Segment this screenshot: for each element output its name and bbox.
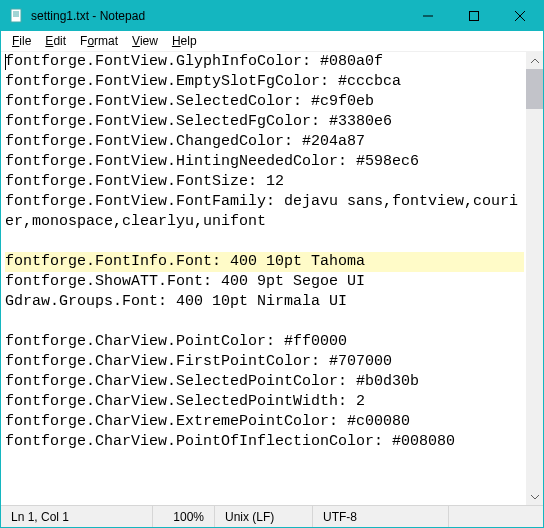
minimize-button[interactable] bbox=[405, 1, 451, 31]
editor-line: fontforge.CharView.FirstPointColor: #707… bbox=[5, 352, 524, 372]
editor-line: fontforge.FontView.HintingNeededColor: #… bbox=[5, 152, 524, 172]
scroll-thumb[interactable] bbox=[526, 69, 543, 109]
menu-help[interactable]: Help bbox=[165, 33, 204, 49]
text-editor[interactable]: fontforge.FontView.GlyphInfoColor: #080a… bbox=[1, 52, 526, 505]
text-caret bbox=[5, 54, 6, 70]
editor-line: fontforge.FontView.SelectedColor: #c9f0e… bbox=[5, 92, 524, 112]
editor-line: Gdraw.Groups.Font: 400 10pt Nirmala UI bbox=[5, 292, 524, 312]
editor-line: fontforge.CharView.PointOfInflectionColo… bbox=[5, 432, 524, 452]
status-position: Ln 1, Col 1 bbox=[1, 506, 153, 527]
editor-line: fontforge.FontView.ChangedColor: #204a87 bbox=[5, 132, 524, 152]
close-button[interactable] bbox=[497, 1, 543, 31]
editor-line: fontforge.ShowATT.Font: 400 9pt Segoe UI bbox=[5, 272, 524, 292]
editor-line: fontforge.FontView.FontFamily: dejavu sa… bbox=[5, 192, 524, 232]
menu-bar: File Edit Format View Help bbox=[1, 31, 543, 51]
window-title: setting1.txt - Notepad bbox=[31, 9, 405, 23]
editor-line: fontforge.FontView.FontSize: 12 bbox=[5, 172, 524, 192]
menu-edit[interactable]: Edit bbox=[38, 33, 73, 49]
editor-line: fontforge.FontView.SelectedFgColor: #338… bbox=[5, 112, 524, 132]
editor-line: fontforge.FontView.GlyphInfoColor: #080a… bbox=[5, 52, 524, 72]
scroll-down-arrow[interactable] bbox=[526, 488, 543, 505]
editor-line: fontforge.CharView.SelectedPointWidth: 2 bbox=[5, 392, 524, 412]
menu-file[interactable]: File bbox=[5, 33, 38, 49]
editor-line bbox=[5, 312, 524, 332]
editor-line: fontforge.FontView.EmptySlotFgColor: #cc… bbox=[5, 72, 524, 92]
status-zoom: 100% bbox=[153, 506, 215, 527]
notepad-icon bbox=[9, 8, 25, 24]
title-bar: setting1.txt - Notepad bbox=[1, 1, 543, 31]
svg-rect-5 bbox=[470, 12, 479, 21]
menu-format[interactable]: Format bbox=[73, 33, 125, 49]
status-eol: Unix (LF) bbox=[215, 506, 313, 527]
window-controls bbox=[405, 1, 543, 31]
menu-view[interactable]: View bbox=[125, 33, 165, 49]
status-encoding: UTF-8 bbox=[313, 506, 449, 527]
editor-line-highlighted: fontforge.FontInfo.Font: 400 10pt Tahoma bbox=[5, 252, 524, 272]
status-bar: Ln 1, Col 1 100% Unix (LF) UTF-8 bbox=[1, 505, 543, 527]
editor-line bbox=[5, 232, 524, 252]
vertical-scrollbar[interactable] bbox=[526, 52, 543, 505]
editor-container: fontforge.FontView.GlyphInfoColor: #080a… bbox=[1, 51, 543, 505]
editor-line: fontforge.CharView.PointColor: #ff0000 bbox=[5, 332, 524, 352]
editor-line: fontforge.CharView.ExtremePointColor: #c… bbox=[5, 412, 524, 432]
maximize-button[interactable] bbox=[451, 1, 497, 31]
editor-line: fontforge.CharView.SelectedPointColor: #… bbox=[5, 372, 524, 392]
scroll-up-arrow[interactable] bbox=[526, 52, 543, 69]
